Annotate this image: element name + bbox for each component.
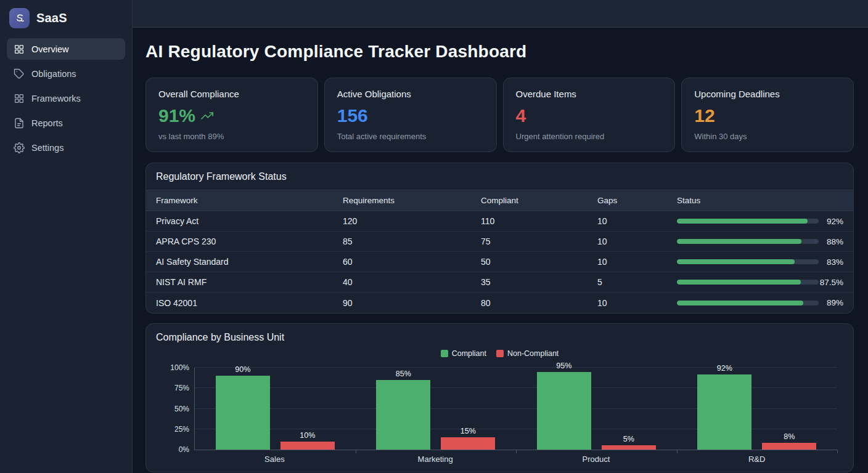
status-percent: 89%: [819, 298, 843, 307]
table-row: AI Safety Standard 60 50 10 83%: [146, 252, 853, 272]
stat-subtext: Urgent attention required: [516, 132, 663, 141]
status-percent: 88%: [819, 237, 843, 246]
table-title: Regulatory Framework Status: [146, 163, 853, 190]
bar-value-label: 85%: [396, 370, 411, 378]
progress-fill: [677, 301, 803, 305]
stat-card-overall-compliance: Overall Compliance 91% vs last month 89%: [145, 78, 318, 152]
cell-compliant: 110: [481, 216, 597, 226]
cell-gaps: 10: [597, 298, 677, 308]
gridline: [195, 367, 837, 368]
stat-subtext: Within 30 days: [694, 132, 841, 141]
y-axis-tick-label: 25%: [174, 425, 189, 434]
x-axis-category-label: R&D: [676, 455, 837, 464]
stat-card-upcoming-deadlines: Upcoming Deadlines 12 Within 30 days: [681, 78, 854, 152]
bar-value-label: 5%: [623, 435, 634, 443]
progress-track: [677, 239, 819, 244]
stat-number: 156: [337, 107, 368, 125]
sidebar-item-label: Overview: [31, 44, 68, 54]
x-axis-category-label: Product: [516, 455, 677, 464]
legend-item-non-compliant: Non-Compliant: [496, 349, 559, 358]
table-header-row: Framework Requirements Compliant Gaps St…: [146, 190, 853, 211]
bar-non-compliant: 10%: [280, 442, 335, 450]
status-percent: 92%: [819, 217, 843, 226]
stat-value: 91%: [158, 107, 305, 125]
chart-title: Compliance by Business Unit: [156, 332, 843, 343]
cell-compliant: 50: [481, 257, 597, 267]
stat-value: 4: [516, 107, 663, 125]
sidebar-item-obligations[interactable]: Obligations: [7, 63, 125, 84]
bar-value-label: 92%: [717, 364, 732, 373]
progress-track: [677, 219, 819, 224]
cell-framework: NIST AI RMF: [156, 277, 343, 287]
table-row: NIST AI RMF 40 35 5 87.5%: [146, 272, 853, 293]
bar-compliant: 85%: [376, 380, 430, 450]
sidebar-nav: Overview Obligations Frameworks: [7, 38, 125, 158]
cell-gaps: 10: [597, 216, 677, 226]
table-row: APRA CPS 230 85 75 10 88%: [146, 232, 853, 252]
compliance-chart-card: Compliance by Business Unit Compliant No…: [145, 323, 854, 472]
x-axis-category-label: Sales: [194, 455, 355, 464]
x-axis-tick: [356, 450, 356, 453]
column-header-status: Status: [677, 196, 843, 205]
cell-framework: Privacy Act: [156, 216, 343, 226]
stat-card-overdue-items: Overdue Items 4 Urgent attention require…: [503, 78, 676, 152]
cell-requirements: 40: [343, 277, 481, 287]
stat-number: 12: [694, 107, 714, 125]
bar-compliant: 95%: [537, 372, 591, 450]
sidebar-item-frameworks[interactable]: Frameworks: [7, 87, 125, 109]
stat-value: 12: [694, 107, 841, 125]
cell-compliant: 80: [481, 298, 597, 308]
cell-compliant: 35: [481, 277, 597, 287]
cell-gaps: 10: [597, 257, 677, 267]
app-name: SaaS: [36, 11, 67, 25]
framework-status-card: Regulatory Framework Status Framework Re…: [145, 163, 854, 313]
chart-legend: Compliant Non-Compliant: [156, 349, 843, 358]
cell-requirements: 90: [343, 298, 481, 308]
cell-framework: APRA CPS 230: [156, 236, 343, 246]
status-percent: 87.5%: [819, 278, 843, 287]
sidebar-item-label: Reports: [31, 118, 63, 128]
sidebar-item-label: Frameworks: [31, 94, 81, 103]
y-axis-tick-label: 0%: [179, 445, 189, 454]
stat-label: Active Obligations: [337, 89, 484, 99]
stats-row: Overall Compliance 91% vs last month 89%…: [145, 78, 854, 152]
bar-non-compliant: 15%: [441, 437, 495, 450]
column-header-framework: Framework: [156, 196, 343, 205]
column-header-requirements: Requirements: [343, 196, 481, 205]
x-axis-tick: [516, 450, 517, 453]
cell-status: 92%: [677, 217, 843, 226]
stat-number: 91%: [158, 107, 195, 125]
bar-group-product: 95%5%: [516, 368, 677, 450]
bar-group-r-d: 92%8%: [677, 368, 838, 450]
legend-swatch-compliant: [441, 350, 448, 357]
bar-value-label: 8%: [784, 432, 795, 441]
legend-label: Compliant: [452, 349, 486, 358]
stat-label: Upcoming Deadlines: [694, 89, 841, 99]
bar-compliant: 92%: [697, 374, 751, 450]
legend-swatch-non-compliant: [496, 350, 504, 357]
stat-label: Overdue Items: [516, 89, 663, 99]
progress-fill: [677, 239, 801, 244]
bar-value-label: 90%: [235, 365, 250, 374]
cell-gaps: 5: [597, 277, 677, 287]
chart-plot-area: 0%25%50%75%100%90%10%85%15%95%5%92%8%: [194, 368, 837, 450]
stat-label: Overall Compliance: [158, 89, 305, 99]
grid-icon: [14, 44, 25, 55]
stat-subtext: vs last month 89%: [158, 132, 305, 141]
grid-icon: [14, 93, 25, 104]
saas-logo-icon: [14, 12, 26, 25]
progress-fill: [677, 219, 808, 224]
bar-group-sales: 90%10%: [195, 368, 356, 450]
trending-up-icon: [201, 110, 213, 122]
legend-label: Non-Compliant: [507, 349, 559, 358]
stat-subtext: Total active requirements: [337, 132, 484, 141]
bar-non-compliant: 5%: [602, 445, 656, 450]
bar-non-compliant: 8%: [762, 443, 816, 450]
sidebar-item-settings[interactable]: Settings: [7, 137, 125, 158]
sidebar-item-reports[interactable]: Reports: [7, 112, 125, 134]
sidebar-item-overview[interactable]: Overview: [7, 38, 125, 60]
sidebar: SaaS Overview Obligations: [0, 0, 133, 473]
topbar: [133, 0, 868, 28]
logo-badge: [9, 8, 30, 28]
cell-framework: ISO 42001: [156, 298, 343, 308]
